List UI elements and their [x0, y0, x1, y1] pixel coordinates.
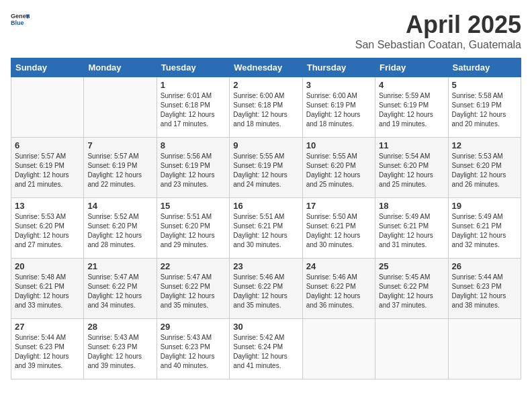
day-info: Sunrise: 5:45 AMSunset: 6:22 PMDaylight:… — [379, 273, 444, 310]
day-number: 8 — [161, 140, 226, 150]
day-header-wednesday: Wednesday — [230, 58, 302, 77]
day-info: Sunrise: 5:55 AMSunset: 6:20 PMDaylight:… — [306, 152, 371, 189]
calendar-cell: 15Sunrise: 5:51 AMSunset: 6:20 PMDayligh… — [157, 198, 229, 259]
day-info: Sunrise: 5:46 AMSunset: 6:22 PMDaylight:… — [306, 273, 371, 310]
calendar-cell: 14Sunrise: 5:52 AMSunset: 6:20 PMDayligh… — [84, 198, 157, 259]
day-number: 26 — [452, 261, 517, 271]
day-number: 17 — [306, 201, 371, 211]
month-title: April 2025 — [355, 11, 521, 39]
day-number: 19 — [452, 201, 517, 211]
calendar-header-row: SundayMondayTuesdayWednesdayThursdayFrid… — [11, 58, 521, 77]
day-number: 3 — [306, 80, 371, 90]
calendar-cell — [448, 319, 521, 379]
calendar-cell: 22Sunrise: 5:47 AMSunset: 6:22 PMDayligh… — [157, 259, 229, 319]
day-number: 27 — [15, 322, 80, 332]
calendar-cell: 23Sunrise: 5:46 AMSunset: 6:22 PMDayligh… — [230, 259, 302, 319]
day-info: Sunrise: 5:50 AMSunset: 6:21 PMDaylight:… — [306, 212, 371, 250]
day-info: Sunrise: 5:43 AMSunset: 6:23 PMDaylight:… — [161, 333, 226, 371]
logo: General Blue — [11, 11, 30, 30]
day-header-saturday: Saturday — [448, 58, 521, 77]
calendar-cell: 20Sunrise: 5:48 AMSunset: 6:21 PMDayligh… — [11, 259, 84, 319]
calendar-cell: 9Sunrise: 5:55 AMSunset: 6:19 PMDaylight… — [230, 138, 302, 198]
day-info: Sunrise: 5:44 AMSunset: 6:23 PMDaylight:… — [15, 333, 80, 371]
calendar-cell — [375, 319, 448, 379]
day-number: 15 — [161, 201, 226, 211]
day-number: 2 — [233, 80, 298, 90]
day-info: Sunrise: 5:51 AMSunset: 6:20 PMDaylight:… — [161, 212, 226, 250]
calendar-cell: 3Sunrise: 6:00 AMSunset: 6:19 PMDaylight… — [302, 77, 375, 138]
day-info: Sunrise: 5:47 AMSunset: 6:22 PMDaylight:… — [161, 273, 226, 310]
day-number: 7 — [87, 140, 152, 150]
day-number: 28 — [87, 322, 152, 332]
calendar-cell: 13Sunrise: 5:53 AMSunset: 6:20 PMDayligh… — [11, 198, 84, 259]
day-number: 6 — [15, 140, 80, 150]
calendar-cell: 18Sunrise: 5:49 AMSunset: 6:21 PMDayligh… — [375, 198, 448, 259]
calendar-cell: 5Sunrise: 5:58 AMSunset: 6:19 PMDaylight… — [448, 77, 521, 138]
day-number: 29 — [161, 322, 226, 332]
subtitle: San Sebastian Coatan, Guatemala — [355, 39, 521, 51]
day-info: Sunrise: 5:59 AMSunset: 6:19 PMDaylight:… — [379, 91, 444, 129]
calendar-cell: 17Sunrise: 5:50 AMSunset: 6:21 PMDayligh… — [302, 198, 375, 259]
day-number: 5 — [452, 80, 517, 90]
day-number: 9 — [233, 140, 298, 150]
calendar-cell: 26Sunrise: 5:44 AMSunset: 6:23 PMDayligh… — [448, 259, 521, 319]
day-header-sunday: Sunday — [11, 58, 84, 77]
day-info: Sunrise: 5:56 AMSunset: 6:19 PMDaylight:… — [161, 152, 226, 189]
day-number: 10 — [306, 140, 371, 150]
calendar-cell: 4Sunrise: 5:59 AMSunset: 6:19 PMDaylight… — [375, 77, 448, 138]
calendar-cell — [11, 77, 84, 138]
calendar-table: SundayMondayTuesdayWednesdayThursdayFrid… — [11, 58, 521, 379]
day-info: Sunrise: 5:53 AMSunset: 6:20 PMDaylight:… — [452, 152, 517, 189]
calendar-cell: 29Sunrise: 5:43 AMSunset: 6:23 PMDayligh… — [157, 319, 229, 379]
calendar-week-row: 27Sunrise: 5:44 AMSunset: 6:23 PMDayligh… — [11, 319, 521, 379]
calendar-cell: 8Sunrise: 5:56 AMSunset: 6:19 PMDaylight… — [157, 138, 229, 198]
day-info: Sunrise: 5:42 AMSunset: 6:24 PMDaylight:… — [233, 333, 298, 371]
calendar-cell: 1Sunrise: 6:01 AMSunset: 6:18 PMDaylight… — [157, 77, 229, 138]
calendar-week-row: 20Sunrise: 5:48 AMSunset: 6:21 PMDayligh… — [11, 259, 521, 319]
day-number: 1 — [161, 80, 226, 90]
title-area: April 2025 San Sebastian Coatan, Guatema… — [355, 11, 521, 51]
day-info: Sunrise: 5:44 AMSunset: 6:23 PMDaylight:… — [452, 273, 517, 310]
day-info: Sunrise: 6:00 AMSunset: 6:19 PMDaylight:… — [306, 91, 371, 129]
day-header-tuesday: Tuesday — [157, 58, 229, 77]
day-info: Sunrise: 5:48 AMSunset: 6:21 PMDaylight:… — [15, 273, 80, 310]
calendar-cell — [84, 77, 157, 138]
logo-icon: General Blue — [11, 11, 30, 30]
calendar-cell: 25Sunrise: 5:45 AMSunset: 6:22 PMDayligh… — [375, 259, 448, 319]
day-number: 12 — [452, 140, 517, 150]
day-info: Sunrise: 6:00 AMSunset: 6:18 PMDaylight:… — [233, 91, 298, 129]
calendar-week-row: 6Sunrise: 5:57 AMSunset: 6:19 PMDaylight… — [11, 138, 521, 198]
day-info: Sunrise: 5:54 AMSunset: 6:20 PMDaylight:… — [379, 152, 444, 189]
day-info: Sunrise: 5:55 AMSunset: 6:19 PMDaylight:… — [233, 152, 298, 189]
day-info: Sunrise: 5:43 AMSunset: 6:23 PMDaylight:… — [87, 333, 152, 371]
day-number: 11 — [379, 140, 444, 150]
calendar-cell: 11Sunrise: 5:54 AMSunset: 6:20 PMDayligh… — [375, 138, 448, 198]
day-header-friday: Friday — [375, 58, 448, 77]
calendar-cell: 21Sunrise: 5:47 AMSunset: 6:22 PMDayligh… — [84, 259, 157, 319]
day-number: 21 — [87, 261, 152, 271]
day-info: Sunrise: 5:52 AMSunset: 6:20 PMDaylight:… — [87, 212, 152, 250]
day-number: 4 — [379, 80, 444, 90]
calendar-cell — [302, 319, 375, 379]
day-info: Sunrise: 5:49 AMSunset: 6:21 PMDaylight:… — [452, 212, 517, 250]
day-number: 24 — [306, 261, 371, 271]
svg-text:Blue: Blue — [11, 19, 24, 26]
day-info: Sunrise: 6:01 AMSunset: 6:18 PMDaylight:… — [161, 91, 226, 129]
day-number: 16 — [233, 201, 298, 211]
calendar-cell: 16Sunrise: 5:51 AMSunset: 6:21 PMDayligh… — [230, 198, 302, 259]
day-number: 20 — [15, 261, 80, 271]
calendar-cell: 6Sunrise: 5:57 AMSunset: 6:19 PMDaylight… — [11, 138, 84, 198]
day-header-thursday: Thursday — [302, 58, 375, 77]
day-number: 23 — [233, 261, 298, 271]
day-info: Sunrise: 5:57 AMSunset: 6:19 PMDaylight:… — [87, 152, 152, 189]
day-info: Sunrise: 5:57 AMSunset: 6:19 PMDaylight:… — [15, 152, 80, 189]
day-info: Sunrise: 5:47 AMSunset: 6:22 PMDaylight:… — [87, 273, 152, 310]
day-info: Sunrise: 5:53 AMSunset: 6:20 PMDaylight:… — [15, 212, 80, 250]
calendar-cell: 7Sunrise: 5:57 AMSunset: 6:19 PMDaylight… — [84, 138, 157, 198]
calendar-cell: 24Sunrise: 5:46 AMSunset: 6:22 PMDayligh… — [302, 259, 375, 319]
calendar-week-row: 1Sunrise: 6:01 AMSunset: 6:18 PMDaylight… — [11, 77, 521, 138]
day-info: Sunrise: 5:49 AMSunset: 6:21 PMDaylight:… — [379, 212, 444, 250]
calendar-cell: 27Sunrise: 5:44 AMSunset: 6:23 PMDayligh… — [11, 319, 84, 379]
day-info: Sunrise: 5:58 AMSunset: 6:19 PMDaylight:… — [452, 91, 517, 129]
header: General Blue April 2025 San Sebastian Co… — [11, 11, 521, 51]
